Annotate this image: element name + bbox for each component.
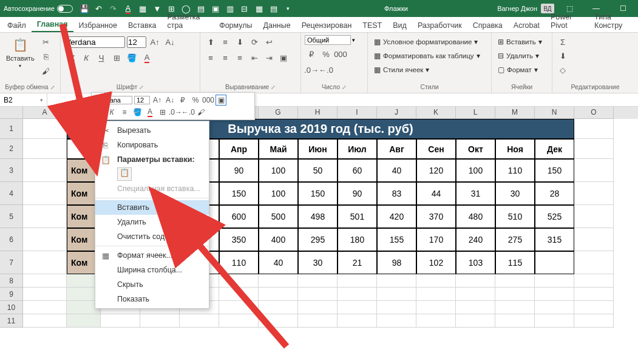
menu-hide[interactable]: Скрыть bbox=[95, 277, 209, 292]
cell[interactable]: 480 bbox=[456, 205, 495, 228]
cell[interactable]: 60 bbox=[338, 159, 377, 182]
font-name-input[interactable] bbox=[64, 36, 125, 48]
indent-increase-icon[interactable]: ⇥ bbox=[262, 51, 276, 64]
autosave-toggle[interactable]: Автосохранение bbox=[4, 5, 73, 13]
dialog-launcher-icon[interactable]: ⤢ bbox=[139, 84, 144, 90]
cell[interactable] bbox=[23, 301, 67, 314]
column-header[interactable]: H bbox=[298, 107, 338, 119]
format-painter-icon[interactable]: 🖌 bbox=[39, 64, 53, 78]
cell[interactable] bbox=[495, 274, 535, 288]
menu-clear[interactable]: Очистить содержимое bbox=[95, 229, 209, 244]
tab-help[interactable]: Справка bbox=[467, 19, 508, 32]
merge-icon[interactable]: ▣ bbox=[277, 51, 290, 64]
cell[interactable] bbox=[298, 288, 338, 301]
cell[interactable]: 170 bbox=[416, 228, 456, 251]
cell[interactable] bbox=[180, 314, 219, 328]
tab-formulas[interactable]: Формулы bbox=[214, 19, 257, 32]
cell[interactable] bbox=[259, 274, 298, 288]
cell[interactable] bbox=[456, 301, 495, 314]
cell[interactable] bbox=[219, 274, 259, 288]
column-header[interactable]: L bbox=[456, 107, 495, 119]
cell[interactable] bbox=[23, 251, 67, 274]
cell[interactable]: 525 bbox=[535, 205, 574, 228]
cell[interactable] bbox=[574, 301, 614, 314]
comma-icon[interactable]: 000 bbox=[203, 95, 214, 106]
cell[interactable] bbox=[377, 274, 416, 288]
currency-icon[interactable]: ₽ bbox=[305, 47, 318, 61]
qat-icon[interactable]: ▥ bbox=[223, 2, 237, 15]
cell[interactable]: 40 bbox=[259, 251, 298, 274]
cell[interactable]: 600 bbox=[219, 205, 259, 228]
italic-icon[interactable]: К bbox=[106, 107, 117, 118]
tab-home[interactable]: Главная bbox=[32, 18, 73, 32]
conditional-format-button[interactable]: ▦ Условное форматирование ▾ bbox=[372, 35, 480, 49]
cell[interactable] bbox=[140, 314, 180, 328]
menu-format-cells[interactable]: ▦Формат ячеек... bbox=[95, 248, 209, 263]
cell[interactable] bbox=[495, 301, 535, 314]
cell[interactable]: 150 bbox=[535, 159, 574, 182]
cell[interactable] bbox=[338, 301, 377, 314]
column-header[interactable]: G bbox=[259, 107, 298, 119]
menu-column-width[interactable]: Ширина столбца... bbox=[95, 263, 209, 277]
cell[interactable] bbox=[495, 288, 535, 301]
cell[interactable]: 370 bbox=[416, 205, 456, 228]
cell[interactable]: 30 bbox=[298, 251, 338, 274]
column-header[interactable]: M bbox=[495, 107, 535, 119]
cell[interactable]: 420 bbox=[377, 205, 416, 228]
cell[interactable]: 50 bbox=[298, 159, 338, 182]
bold-icon[interactable]: Ж bbox=[93, 107, 104, 118]
align-top-icon[interactable]: ⬆ bbox=[204, 35, 217, 49]
tab-acrobat[interactable]: Acrobat bbox=[508, 19, 545, 32]
cell[interactable] bbox=[377, 288, 416, 301]
mini-font-size[interactable] bbox=[134, 96, 150, 104]
cell[interactable]: 315 bbox=[535, 228, 574, 251]
format-cells-button[interactable]: ▢ Формат ▾ bbox=[495, 63, 540, 76]
fill-color-icon[interactable]: 🪣 bbox=[132, 107, 143, 118]
cell[interactable]: 102 bbox=[416, 251, 456, 274]
dialog-launcher-icon[interactable]: ⤢ bbox=[50, 84, 55, 90]
italic-icon[interactable]: К bbox=[80, 51, 93, 64]
column-header[interactable]: J bbox=[377, 107, 416, 119]
dialog-launcher-icon[interactable]: ⤢ bbox=[342, 84, 347, 90]
cell[interactable]: 110 bbox=[495, 159, 535, 182]
row-header[interactable]: 7 bbox=[0, 251, 23, 274]
cell[interactable]: 501 bbox=[338, 205, 377, 228]
clear-icon[interactable]: ◇ bbox=[556, 63, 569, 76]
cell[interactable] bbox=[23, 119, 67, 139]
decrease-decimal-icon[interactable]: ←.0 bbox=[319, 63, 333, 76]
number-format-select[interactable] bbox=[305, 35, 351, 45]
fill-icon[interactable]: ⬇ bbox=[556, 49, 569, 62]
cell[interactable]: 44 bbox=[416, 182, 456, 205]
decrease-decimal-icon[interactable]: ←.0 bbox=[183, 107, 194, 118]
row-header[interactable]: 11 bbox=[0, 314, 23, 328]
cell[interactable]: Май bbox=[259, 139, 298, 159]
cell[interactable] bbox=[574, 205, 614, 228]
cell[interactable]: 275 bbox=[495, 228, 535, 251]
cell[interactable] bbox=[23, 274, 67, 288]
border-icon[interactable]: ⊞ bbox=[110, 51, 123, 64]
bold-icon[interactable]: Ж bbox=[64, 51, 78, 64]
indent-decrease-icon[interactable]: ⇤ bbox=[248, 51, 261, 64]
qat-icon[interactable]: ⊟ bbox=[238, 2, 251, 15]
name-box[interactable]: B2 ▾ bbox=[0, 93, 47, 106]
tab-review[interactable]: Рецензирован bbox=[296, 19, 358, 32]
cell[interactable] bbox=[23, 139, 67, 159]
delete-cells-button[interactable]: ⊟ Удалить ▾ bbox=[495, 49, 541, 62]
tab-view[interactable]: Вид bbox=[387, 19, 412, 32]
currency-icon[interactable]: ₽ bbox=[177, 95, 188, 106]
cell[interactable]: 90 bbox=[219, 159, 259, 182]
cut-icon[interactable]: ✂ bbox=[39, 35, 53, 49]
cell[interactable]: 103 bbox=[456, 251, 495, 274]
cell[interactable] bbox=[535, 251, 574, 274]
menu-show[interactable]: Показать bbox=[95, 292, 209, 306]
align-left-icon[interactable]: ≡ bbox=[204, 51, 217, 64]
underline-icon[interactable]: Ч bbox=[95, 51, 108, 64]
cell[interactable] bbox=[377, 314, 416, 328]
cell[interactable] bbox=[574, 228, 614, 251]
font-size-input[interactable] bbox=[127, 36, 146, 48]
decrease-font-icon[interactable]: A↓ bbox=[163, 35, 177, 49]
font-color-icon[interactable]: A bbox=[140, 51, 154, 64]
save-icon[interactable]: 💾 bbox=[78, 2, 91, 15]
cell[interactable]: 40 bbox=[377, 159, 416, 182]
cell[interactable]: 31 bbox=[456, 182, 495, 205]
